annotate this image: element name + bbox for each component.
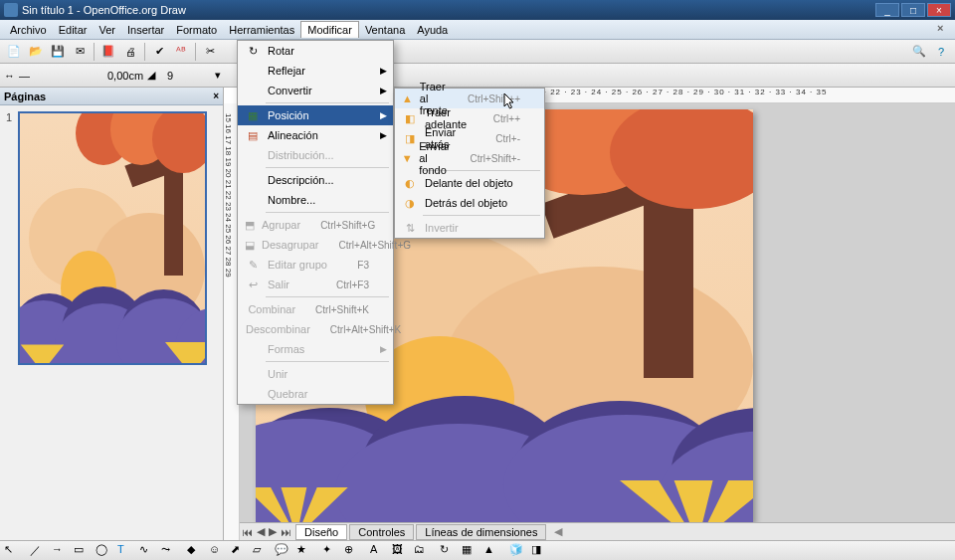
symbol-shapes-tool[interactable]: ☺ bbox=[209, 543, 227, 559]
rect-tool[interactable]: ▭ bbox=[74, 543, 92, 559]
menu-formato[interactable]: Formato bbox=[170, 22, 223, 38]
modificar-item-18: Formas▶ bbox=[238, 339, 393, 359]
app-icon bbox=[4, 3, 18, 17]
modificar-item-5[interactable]: ▤Alineación▶ bbox=[238, 125, 393, 145]
document-close-button[interactable]: × bbox=[937, 22, 951, 36]
titlebar: Sin título 1 - OpenOffice.org Draw _ □ × bbox=[0, 0, 955, 20]
ellipse-tool[interactable]: ◯ bbox=[96, 543, 113, 559]
modificar-label-17: Descombinar bbox=[246, 323, 310, 335]
rotate-tool[interactable]: ↻ bbox=[440, 543, 458, 559]
pages-panel-close[interactable]: × bbox=[213, 91, 219, 101]
modificar-item-21: Quebrar bbox=[238, 384, 393, 404]
cut-button[interactable]: ✂ bbox=[200, 42, 220, 62]
line-style-button[interactable]: — bbox=[19, 70, 30, 82]
modificar-shortcut-13: F3 bbox=[357, 260, 369, 271]
email-button[interactable]: ✉ bbox=[70, 42, 90, 62]
zoom-button[interactable]: 🔍 bbox=[909, 42, 929, 62]
tab-diseno[interactable]: Diseño bbox=[295, 524, 347, 540]
modificar-item-4[interactable]: ▦Posición▶ bbox=[238, 105, 393, 125]
gallery-tool[interactable]: 🗂 bbox=[414, 543, 432, 559]
tab-last-button[interactable]: ⏭ bbox=[279, 526, 293, 538]
flowchart-tool[interactable]: ▱ bbox=[253, 543, 271, 559]
modificar-icon-4: ▦ bbox=[245, 107, 261, 123]
tab-lineas[interactable]: Líneas de dimensiones bbox=[416, 524, 546, 540]
arrange-tool[interactable]: ▲ bbox=[483, 543, 501, 559]
modificar-item-0[interactable]: ↻Rotar bbox=[238, 41, 393, 61]
menu-archivo[interactable]: Archivo bbox=[4, 22, 53, 38]
menubar: Archivo Editar Ver Insertar Formato Herr… bbox=[0, 20, 955, 40]
spellcheck-button[interactable]: ✔ bbox=[149, 42, 169, 62]
modificar-label-11: Agrupar bbox=[262, 219, 300, 231]
minimize-button[interactable]: _ bbox=[875, 3, 899, 17]
menu-herramientas[interactable]: Herramientas bbox=[223, 22, 300, 38]
pages-panel: Páginas × 1 bbox=[0, 88, 224, 540]
sheet-tabs: ⏮ ◀ ▶ ⏭ Diseño Controles Líneas de dimen… bbox=[240, 522, 955, 540]
align-tool[interactable]: ▦ bbox=[462, 543, 479, 559]
from-file-tool[interactable]: 🖼 bbox=[392, 543, 410, 559]
points-tool[interactable]: ✦ bbox=[322, 543, 340, 559]
posicion-label-6: Detrás del objeto bbox=[425, 197, 520, 209]
block-arrows-tool[interactable]: ⬈ bbox=[231, 543, 249, 559]
modificar-item-12: ⬓DesagruparCtrl+Alt+Shift+G bbox=[238, 235, 393, 255]
page-thumbnail[interactable] bbox=[18, 111, 207, 365]
tab-controles[interactable]: Controles bbox=[349, 524, 414, 540]
stars-tool[interactable]: ★ bbox=[296, 543, 314, 559]
modificar-item-8[interactable]: Descripción... bbox=[238, 170, 393, 190]
open-button[interactable]: 📂 bbox=[26, 42, 46, 62]
modificar-item-2[interactable]: Convertir▶ bbox=[238, 81, 393, 100]
modificar-item-1[interactable]: Reflejar▶ bbox=[238, 61, 393, 81]
help-button[interactable]: ? bbox=[931, 42, 951, 62]
menu-ayuda[interactable]: Ayuda bbox=[411, 22, 454, 38]
posicion-item-6[interactable]: ◑Detrás del objeto bbox=[395, 193, 544, 213]
modificar-icon-14: ↩ bbox=[245, 277, 261, 292]
modificar-icon-12: ⬓ bbox=[242, 237, 258, 253]
posicion-label-3: Enviar al fondo bbox=[419, 140, 450, 176]
tab-first-button[interactable]: ⏮ bbox=[240, 526, 255, 538]
menu-insertar[interactable]: Insertar bbox=[121, 22, 170, 38]
posicion-item-2[interactable]: ◨Enviar atrásCtrl+- bbox=[395, 128, 544, 148]
fill-style-combo[interactable]: 9 bbox=[167, 70, 211, 82]
modificar-label-16: Combinar bbox=[248, 303, 295, 315]
tab-next-button[interactable]: ▶ bbox=[267, 525, 279, 538]
connector-tool[interactable]: ⤳ bbox=[161, 543, 179, 559]
posicion-item-1[interactable]: ◧Traer adelanteCtrl++ bbox=[395, 108, 544, 128]
basic-shapes-tool[interactable]: ◆ bbox=[187, 543, 205, 559]
maximize-button[interactable]: □ bbox=[901, 3, 925, 17]
line-tool[interactable]: ／ bbox=[30, 543, 48, 559]
new-button[interactable]: 📄 bbox=[4, 42, 24, 62]
line-color-button[interactable]: ◢ bbox=[147, 69, 155, 82]
arrow-tool[interactable]: → bbox=[52, 543, 70, 559]
autospell-button[interactable]: ᴬᴮ bbox=[171, 42, 191, 62]
curve-tool[interactable]: ∿ bbox=[139, 543, 157, 559]
close-button[interactable]: × bbox=[927, 3, 951, 17]
posicion-item-3[interactable]: ▼Enviar al fondoCtrl+Shift+- bbox=[395, 148, 544, 168]
select-tool[interactable]: ↖ bbox=[4, 543, 22, 559]
fill-dropdown-button[interactable]: ▾ bbox=[215, 69, 221, 82]
modificar-label-12: Desagrupar bbox=[262, 239, 318, 251]
text-tool[interactable]: T bbox=[117, 543, 135, 559]
tab-prev-button[interactable]: ◀ bbox=[255, 525, 267, 538]
extrusion-tool[interactable]: ◨ bbox=[531, 543, 549, 559]
menu-ver[interactable]: Ver bbox=[93, 22, 121, 38]
modificar-item-13: ✎Editar grupoF3 bbox=[238, 255, 393, 275]
fontwork-tool[interactable]: A bbox=[370, 543, 388, 559]
posicion-icon-8: ⇅ bbox=[402, 220, 418, 236]
modificar-item-16: CombinarCtrl+Shift+K bbox=[238, 299, 393, 319]
posicion-label-8: Invertir bbox=[425, 222, 520, 234]
hscroll-left[interactable]: ◀ bbox=[554, 525, 562, 538]
glue-tool[interactable]: ⊕ bbox=[344, 543, 362, 559]
print-button[interactable]: 🖨 bbox=[120, 42, 140, 62]
save-button[interactable]: 💾 bbox=[48, 42, 68, 62]
line-width-spin[interactable]: 0,00cm bbox=[107, 70, 143, 82]
pdf-button[interactable]: 📕 bbox=[98, 42, 118, 62]
callout-tool[interactable]: 💬 bbox=[275, 543, 292, 559]
posicion-item-0[interactable]: ▲Traer al frenteCtrl+Shift++ bbox=[395, 89, 544, 108]
menu-modificar[interactable]: Modificar bbox=[300, 21, 359, 38]
menu-editar[interactable]: Editar bbox=[53, 22, 94, 38]
posicion-item-5[interactable]: ◐Delante del objeto bbox=[395, 173, 544, 193]
menu-ventana[interactable]: Ventana bbox=[359, 22, 411, 38]
3d-tool[interactable]: 🧊 bbox=[509, 543, 527, 559]
arrow-style-button[interactable]: ↔ bbox=[4, 70, 15, 82]
modificar-item-11: ⬒AgruparCtrl+Shift+G bbox=[238, 215, 393, 235]
modificar-item-9[interactable]: Nombre... bbox=[238, 190, 393, 210]
